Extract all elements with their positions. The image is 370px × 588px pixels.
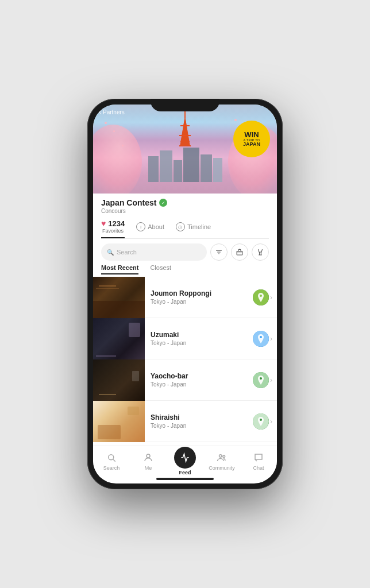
listing-location: Tokyo - Japan bbox=[151, 423, 247, 429]
chevron-right-icon: › bbox=[270, 293, 272, 301]
listing-action-uzumaki[interactable]: › bbox=[253, 331, 277, 347]
nav-item-feed[interactable]: Feed bbox=[171, 447, 199, 475]
svg-point-15 bbox=[260, 419, 262, 421]
svg-rect-4 bbox=[179, 135, 191, 136]
svg-point-13 bbox=[260, 377, 262, 380]
nav-label-feed: Feed bbox=[179, 470, 191, 475]
nav-item-me[interactable]: Me bbox=[134, 451, 163, 471]
listing-content-yaocho: Yaocho-bar Tokyo - Japan bbox=[145, 372, 253, 388]
win-badge: WIN A TRIP TO JAPAN bbox=[233, 121, 270, 157]
listing-name: Joumon Roppongi bbox=[151, 289, 247, 297]
clock-icon: ◷ bbox=[176, 222, 185, 231]
svg-rect-5 bbox=[180, 141, 190, 142]
svg-point-18 bbox=[147, 454, 150, 458]
heart-icon: ♥ bbox=[101, 219, 106, 228]
map-pin-shiraishi bbox=[253, 413, 269, 430]
about-label: About bbox=[148, 223, 164, 230]
list-item[interactable]: Yaocho-bar Tokyo - Japan › bbox=[93, 359, 277, 401]
svg-line-17 bbox=[113, 459, 115, 462]
timeline-label: Timeline bbox=[187, 223, 211, 230]
chevron-right-icon: › bbox=[270, 335, 272, 343]
svg-rect-6 bbox=[179, 145, 191, 146]
map-pin-yaocho bbox=[253, 372, 269, 388]
svg-marker-2 bbox=[180, 116, 190, 146]
listing-action-yaocho[interactable]: › bbox=[253, 372, 277, 388]
search-nav-icon bbox=[105, 451, 118, 464]
japan-text: JAPAN bbox=[243, 142, 260, 147]
back-navigation[interactable]: ‹ Partners bbox=[99, 108, 125, 116]
profile-title: Japan Contest bbox=[101, 198, 156, 207]
svg-point-19 bbox=[219, 454, 222, 457]
filter-button-hotel[interactable] bbox=[231, 243, 248, 261]
nav-item-chat[interactable]: Chat bbox=[244, 451, 273, 471]
listing-name: Yaocho-bar bbox=[151, 372, 247, 380]
listing-content-uzumaki: Uzumaki Tokyo - Japan bbox=[145, 331, 253, 346]
back-label-text: Partners bbox=[103, 109, 125, 115]
svg-point-20 bbox=[223, 455, 225, 457]
tab-favorites[interactable]: ♥ 1234 Favorites bbox=[101, 219, 125, 238]
listing-location: Tokyo - Japan bbox=[151, 381, 247, 388]
bottom-navigation: Search Me Feed bbox=[93, 446, 277, 478]
phone-frame: ‹ Partners WIN A TRIP TO JAPAN Japan Con… bbox=[87, 99, 283, 489]
chevron-right-icon: › bbox=[270, 417, 272, 425]
nav-label-chat: Chat bbox=[253, 465, 264, 471]
hero-image: ‹ Partners WIN A TRIP TO JAPAN bbox=[93, 105, 277, 194]
nav-label-community: Community bbox=[209, 465, 235, 471]
community-nav-icon bbox=[215, 451, 228, 464]
listing-action-shiraishi[interactable]: › bbox=[253, 413, 277, 430]
svg-rect-3 bbox=[180, 125, 190, 126]
me-nav-icon bbox=[142, 451, 155, 464]
list-item[interactable]: Joumon Roppongi Tokyo - Japan › bbox=[93, 277, 277, 318]
restaurant-image-joumon bbox=[93, 277, 145, 318]
back-arrow-icon: ‹ bbox=[99, 108, 101, 116]
phone-notch bbox=[151, 99, 219, 111]
sort-closest[interactable]: Closest bbox=[150, 264, 171, 274]
verified-icon: ✓ bbox=[159, 199, 167, 207]
tab-about[interactable]: i About bbox=[136, 222, 164, 235]
list-item[interactable]: Shiraishi Tokyo - Japan › bbox=[93, 401, 277, 442]
restaurant-image-shiraishi bbox=[93, 401, 145, 442]
favorites-count: 1234 bbox=[108, 219, 125, 228]
search-placeholder: Search bbox=[117, 249, 137, 256]
feed-button[interactable] bbox=[174, 447, 196, 469]
profile-section: Japan Contest ✓ Concours bbox=[93, 194, 277, 214]
sort-tabs: Most Recent Closest bbox=[93, 264, 277, 274]
listing-name: Shiraishi bbox=[151, 413, 247, 421]
svg-point-11 bbox=[260, 336, 262, 338]
map-pin-uzumaki bbox=[253, 331, 269, 347]
profile-subtitle: Concours bbox=[101, 208, 269, 214]
nav-item-community[interactable]: Community bbox=[207, 451, 236, 471]
home-indicator bbox=[156, 478, 214, 480]
tab-timeline[interactable]: ◷ Timeline bbox=[176, 222, 211, 235]
svg-point-16 bbox=[109, 454, 114, 459]
map-pin-joumon bbox=[253, 289, 269, 305]
listing-content-shiraishi: Shiraishi Tokyo - Japan bbox=[145, 413, 253, 429]
listing-location: Tokyo - Japan bbox=[151, 340, 247, 346]
listings-list: Joumon Roppongi Tokyo - Japan › bbox=[93, 277, 277, 446]
listing-name: Uzumaki bbox=[151, 331, 247, 339]
svg-point-9 bbox=[260, 295, 262, 297]
favorites-label: Favorites bbox=[102, 228, 124, 234]
profile-tabs: ♥ 1234 Favorites i About ◷ Timeline bbox=[93, 214, 277, 238]
chat-nav-icon bbox=[252, 451, 265, 464]
chevron-right-icon: › bbox=[270, 376, 272, 384]
search-box[interactable]: 🔍 Search bbox=[101, 243, 207, 261]
sort-most-recent[interactable]: Most Recent bbox=[101, 264, 138, 274]
nav-label-me: Me bbox=[145, 465, 152, 471]
nav-label-search: Search bbox=[103, 465, 120, 471]
listing-action-joumon[interactable]: › bbox=[253, 289, 277, 305]
restaurant-image-yaocho bbox=[93, 359, 145, 401]
search-area: 🔍 Search bbox=[93, 239, 277, 264]
listing-location: Tokyo - Japan bbox=[151, 299, 247, 305]
filter-button-bar[interactable] bbox=[252, 243, 269, 261]
nav-item-search[interactable]: Search bbox=[97, 451, 126, 471]
restaurant-image-uzumaki bbox=[93, 318, 145, 359]
win-text: WIN bbox=[244, 131, 259, 138]
list-item[interactable]: Uzumaki Tokyo - Japan › bbox=[93, 318, 277, 359]
phone-screen: ‹ Partners WIN A TRIP TO JAPAN Japan Con… bbox=[93, 105, 277, 483]
info-icon: i bbox=[136, 222, 145, 231]
listing-content-joumon: Joumon Roppongi Tokyo - Japan bbox=[145, 289, 253, 305]
filter-button-restaurant[interactable] bbox=[210, 243, 228, 261]
search-icon: 🔍 bbox=[107, 249, 114, 256]
